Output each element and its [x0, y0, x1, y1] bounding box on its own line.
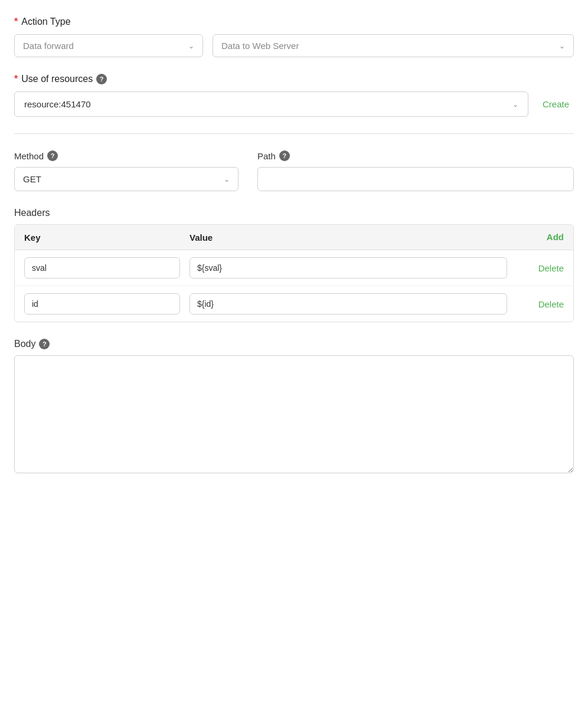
method-column: Method ? GET ⌄	[14, 150, 239, 191]
data-forward-value: Data forward	[23, 41, 74, 51]
action-type-section: * Action Type Data forward ⌄ Data to Web…	[14, 17, 574, 57]
resources-required-star: *	[14, 74, 18, 84]
path-help-icon[interactable]: ?	[279, 150, 290, 161]
required-star: *	[14, 17, 18, 27]
method-label: Method ?	[14, 150, 239, 161]
action-type-label: * Action Type	[14, 17, 574, 27]
action-type-dropdowns: Data forward ⌄ Data to Web Server ⌄	[14, 34, 574, 57]
delete-header-button-1[interactable]: Delete	[517, 263, 564, 273]
method-help-icon[interactable]: ?	[47, 150, 58, 161]
resources-row: resource:451470 ⌄ Create	[14, 91, 574, 117]
method-title: Method	[14, 151, 44, 161]
headers-col-key: Key	[24, 232, 190, 243]
method-path-section: Method ? GET ⌄ Path ?	[14, 150, 574, 191]
headers-table-header: Key Value Add	[15, 225, 573, 250]
header-value-input-1[interactable]	[190, 257, 507, 279]
use-of-resources-title: Use of resources	[21, 74, 93, 84]
add-header-button[interactable]: Add	[547, 232, 564, 242]
resources-value: resource:451470	[24, 99, 91, 109]
method-value: GET	[23, 174, 41, 184]
section-divider	[14, 133, 574, 134]
headers-col-action: Add	[517, 232, 564, 243]
headers-col-value: Value	[190, 232, 517, 243]
data-forward-arrow-icon: ⌄	[188, 42, 194, 50]
method-arrow-icon: ⌄	[224, 175, 230, 184]
body-label: Body ?	[14, 339, 574, 349]
path-title: Path	[257, 151, 276, 161]
path-column: Path ?	[257, 150, 574, 191]
data-forward-dropdown[interactable]: Data forward ⌄	[14, 34, 203, 57]
header-key-input-2[interactable]	[24, 293, 180, 315]
headers-label: Headers	[14, 208, 574, 218]
method-dropdown[interactable]: GET ⌄	[14, 167, 239, 191]
data-to-web-server-value: Data to Web Server	[221, 41, 299, 51]
use-of-resources-help-icon[interactable]: ?	[96, 74, 107, 84]
header-value-input-2[interactable]	[190, 293, 507, 315]
action-type-title: Action Type	[21, 17, 70, 27]
create-button[interactable]: Create	[538, 99, 574, 109]
header-key-input-1[interactable]	[24, 257, 180, 279]
table-row: Delete	[15, 250, 573, 286]
path-input[interactable]	[257, 167, 574, 191]
data-to-web-server-dropdown[interactable]: Data to Web Server ⌄	[213, 34, 574, 57]
body-title: Body	[14, 339, 35, 349]
body-help-icon[interactable]: ?	[39, 339, 50, 349]
table-row: Delete	[15, 286, 573, 322]
delete-header-button-2[interactable]: Delete	[517, 299, 564, 309]
headers-section: Headers Key Value Add Delete Delete	[14, 208, 574, 322]
use-of-resources-section: * Use of resources ? resource:451470 ⌄ C…	[14, 74, 574, 117]
headers-title: Headers	[14, 208, 50, 218]
path-label: Path ?	[257, 150, 574, 161]
body-section: Body ?	[14, 339, 574, 476]
use-of-resources-label: * Use of resources ?	[14, 74, 574, 84]
headers-table: Key Value Add Delete Delete	[14, 224, 574, 322]
body-textarea[interactable]	[14, 355, 574, 473]
resources-arrow-icon: ⌄	[512, 100, 518, 109]
data-to-web-server-arrow-icon: ⌄	[559, 42, 565, 50]
resources-dropdown[interactable]: resource:451470 ⌄	[14, 91, 528, 117]
